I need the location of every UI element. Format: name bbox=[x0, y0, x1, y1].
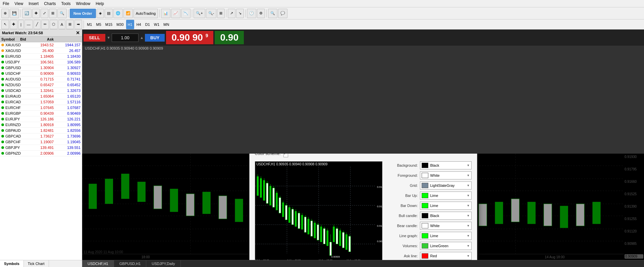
color-scheme-select[interactable] bbox=[283, 154, 288, 157]
list-item[interactable]: GBPCAD 1.73627 1.73696 bbox=[0, 134, 82, 139]
menu-file[interactable]: File bbox=[3, 1, 9, 6]
tf-h1[interactable]: H1 bbox=[126, 20, 134, 29]
list-item[interactable]: GBPCHF 1.19007 1.19045 bbox=[0, 139, 82, 145]
toolbar-search-btn[interactable]: 🔍 bbox=[268, 9, 277, 18]
tf-w1[interactable]: W1 bbox=[152, 20, 161, 29]
menu-insert[interactable]: Insert bbox=[29, 1, 39, 6]
list-item[interactable]: EURCAD 1.57059 1.57116 bbox=[0, 99, 82, 105]
color-dropdown[interactable]: LightSlateGray ▼ bbox=[420, 181, 472, 190]
toolbar-history-btn[interactable]: ▤ bbox=[105, 9, 113, 18]
toolbar-comment-btn[interactable]: 💬 bbox=[278, 9, 287, 18]
color-dropdown[interactable]: White ▼ bbox=[420, 171, 472, 179]
toolbar-btn-2[interactable]: ✚ bbox=[32, 9, 40, 18]
toolbar-settings-btn[interactable]: ⚙ bbox=[257, 9, 265, 18]
menu-help[interactable]: Help bbox=[96, 1, 104, 6]
toolbar-btn-4[interactable]: ⊞ bbox=[49, 9, 57, 18]
tab-tick-chart[interactable]: Tick Chart bbox=[24, 260, 49, 267]
list-item[interactable]: USDJPY 106.561 106.589 bbox=[0, 59, 82, 65]
tab-symbols[interactable]: Symbols bbox=[0, 260, 24, 267]
color-dropdown[interactable]: LimeGreen ▼ bbox=[420, 242, 472, 250]
list-item[interactable]: EURCHF 1.07645 1.07687 bbox=[0, 105, 82, 111]
list-item[interactable]: EURNZD 1.80918 1.80995 bbox=[0, 122, 82, 128]
symbol-dot bbox=[1, 66, 4, 69]
chart-tab-usdjpy[interactable]: USDJPY,Daily bbox=[146, 260, 181, 267]
tf-m15[interactable]: M15 bbox=[104, 20, 114, 29]
dropdown-arrow-icon: ▼ bbox=[467, 184, 470, 187]
toolbar-clock-btn[interactable]: 🕐 bbox=[247, 9, 256, 18]
tool-vline[interactable]: | bbox=[18, 20, 24, 29]
toolbar-save-btn[interactable]: 💾 bbox=[10, 9, 19, 18]
tf-m5[interactable]: M5 bbox=[94, 20, 103, 29]
tool-text[interactable]: A bbox=[58, 20, 65, 29]
tool-pointer[interactable]: ↖ bbox=[1, 20, 9, 29]
tool-hline[interactable]: — bbox=[24, 20, 33, 29]
list-item[interactable]: NZDUSD 0.65427 0.65452 bbox=[0, 82, 82, 88]
chart-tab-gbpusd[interactable]: GBPUSD,H1 bbox=[114, 260, 147, 267]
symbol-bid: 1.18405 bbox=[27, 54, 54, 58]
tf-h4[interactable]: H4 bbox=[135, 20, 143, 29]
color-dropdown[interactable]: Black ▼ bbox=[420, 161, 472, 169]
list-item[interactable]: GBPAUD 1.82481 1.82556 bbox=[0, 128, 82, 134]
tool-shapes[interactable]: ⬡ bbox=[50, 20, 58, 29]
toolbar-indicator-btn[interactable]: ↗ bbox=[228, 9, 235, 18]
tf-m30[interactable]: M30 bbox=[115, 20, 125, 29]
menu-view[interactable]: View bbox=[14, 1, 23, 6]
tf-d1[interactable]: D1 bbox=[144, 20, 152, 29]
list-item[interactable]: GBPNZD 2.00906 2.00996 bbox=[0, 151, 82, 156]
list-item[interactable]: USDCAD 1.32641 1.32673 bbox=[0, 88, 82, 94]
toolbar-period-btn[interactable]: ↘ bbox=[236, 9, 244, 18]
menu-tools[interactable]: Tools bbox=[61, 1, 71, 6]
color-dropdown[interactable]: White ▼ bbox=[420, 222, 472, 230]
toolbar-grid-btn[interactable]: ⊞ bbox=[217, 9, 225, 18]
color-dropdown[interactable]: Lime ▼ bbox=[420, 192, 472, 200]
new-order-button[interactable]: New Order bbox=[70, 9, 96, 18]
autotrading-button[interactable]: AutoTrading bbox=[133, 9, 158, 18]
symbol-bid: 0.65427 bbox=[27, 83, 54, 87]
toolbar-btn-5[interactable]: 🔍 bbox=[57, 9, 67, 18]
list-item[interactable]: XAUUSD 1943.52 1944.157 bbox=[0, 42, 82, 48]
toolbar-zoom-out-btn[interactable]: 🔍- bbox=[206, 9, 217, 18]
color-dropdown[interactable]: Lime ▼ bbox=[420, 202, 472, 210]
toolbar-globe-btn[interactable]: 🌐 bbox=[113, 9, 123, 18]
toolbar-btn-3[interactable]: ⤢ bbox=[41, 9, 48, 18]
list-item[interactable]: EURUSD 1.18405 1.18430 bbox=[0, 54, 82, 59]
tf-m1[interactable]: M1 bbox=[85, 20, 94, 29]
toolbar-chart-btn[interactable]: 📊 bbox=[161, 9, 170, 18]
tool-crosshair[interactable]: ✚ bbox=[10, 20, 17, 29]
chart-canvas[interactable]: 0.91930 0.91795 0.91660 0.91525 0.91390 … bbox=[82, 154, 644, 260]
list-item[interactable]: EURGBP 0.90439 0.90469 bbox=[0, 111, 82, 116]
toolbar-new-btn[interactable]: ⊕ bbox=[1, 9, 9, 18]
color-dropdown[interactable]: Black ▼ bbox=[420, 212, 472, 220]
tf-mn[interactable]: MN bbox=[162, 20, 171, 29]
tool-arrow[interactable]: ➡ bbox=[74, 20, 82, 29]
toolbar-profile-btn[interactable]: ◈ bbox=[97, 9, 104, 18]
toolbar-charttype-btn[interactable]: 📈 bbox=[171, 9, 180, 18]
toolbar-signal-btn[interactable]: 📶 bbox=[123, 9, 133, 18]
list-item[interactable]: USDCHF 0.90909 0.90933 bbox=[0, 71, 82, 76]
color-dropdown[interactable]: Red ▼ bbox=[420, 252, 472, 260]
list-item[interactable]: XAGUSD 26.400 26.457 bbox=[0, 48, 82, 54]
toolbar-zoom-in-btn[interactable]: 🔍+ bbox=[194, 9, 205, 18]
price-big: 90 bbox=[193, 32, 203, 43]
market-watch-close-btn[interactable]: ✕ bbox=[76, 31, 80, 35]
chart-tab-usdchf[interactable]: USDCHF,H1 bbox=[82, 260, 114, 267]
menu-charts[interactable]: Charts bbox=[44, 1, 56, 6]
list-item[interactable]: EURJPY 126.186 126.221 bbox=[0, 116, 82, 122]
sell-button[interactable]: SELL bbox=[84, 34, 105, 42]
color-scheme-select-wrapper[interactable] bbox=[283, 154, 288, 157]
tool-pen[interactable]: ✏ bbox=[41, 20, 49, 29]
lot-input[interactable] bbox=[112, 34, 139, 42]
list-item[interactable]: EURAUD 1.65064 1.65120 bbox=[0, 94, 82, 99]
toolbar-btn-1[interactable]: 🔄 bbox=[22, 9, 32, 18]
tool-trendline[interactable]: ╱ bbox=[34, 20, 41, 29]
symbol-ask: 106.589 bbox=[54, 60, 80, 64]
buy-button[interactable]: BUY bbox=[145, 34, 165, 42]
tool-label[interactable]: ⊞ bbox=[66, 20, 74, 29]
toolbar-chartline-btn[interactable]: 📉 bbox=[181, 9, 191, 18]
list-item[interactable]: AUDUSD 0.71715 0.71741 bbox=[0, 76, 82, 82]
menu-window[interactable]: Window bbox=[76, 1, 91, 6]
list-item[interactable]: GBPUSD 1.30904 1.30927 bbox=[0, 65, 82, 71]
color-dropdown[interactable]: Lime ▼ bbox=[420, 232, 472, 240]
preview-chart: USDCHF,H1 0.90935 0.90940 0.90908 0.9090… bbox=[255, 161, 382, 260]
list-item[interactable]: GBPJPY 139.491 139.551 bbox=[0, 145, 82, 151]
